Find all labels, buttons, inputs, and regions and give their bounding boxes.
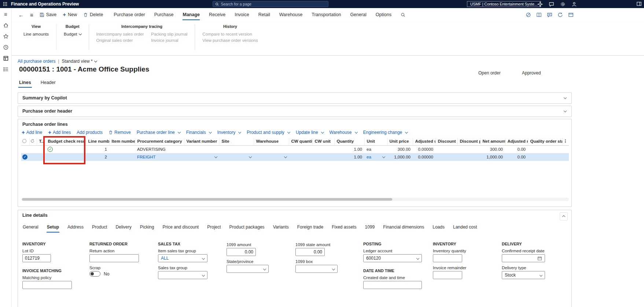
copilot-sparkle-icon[interactable] bbox=[537, 1, 543, 7]
chevron-down-icon[interactable] bbox=[332, 267, 335, 270]
settings-gear-icon[interactable] bbox=[560, 1, 566, 7]
col-adjusted-net[interactable]: Adjusted n... bbox=[505, 138, 528, 145]
cell-item-number[interactable] bbox=[109, 145, 135, 153]
collapse-line-details-button[interactable] bbox=[560, 212, 568, 220]
add-line-button[interactable]: +Add line bbox=[22, 130, 42, 135]
box-1099-combo[interactable] bbox=[295, 265, 338, 273]
detail-tab-landed-cost[interactable]: Landed cost bbox=[453, 223, 477, 233]
detail-tab-fixed-assets[interactable]: Fixed assets bbox=[331, 223, 357, 233]
calendar-icon[interactable] bbox=[537, 256, 542, 261]
col-cw-unit[interactable]: CW unit bbox=[312, 138, 334, 145]
modules-list-icon[interactable] bbox=[3, 66, 9, 72]
cell-cw-unit[interactable] bbox=[312, 153, 334, 161]
select-all-circle-icon[interactable] bbox=[22, 139, 26, 143]
chevron-down-icon[interactable] bbox=[202, 274, 205, 277]
cell-procurement-category[interactable]: ADVERTISING bbox=[135, 145, 184, 153]
col-adjusted-unit-price[interactable]: Adjusted u... bbox=[413, 138, 435, 145]
cell-cw-quantity[interactable] bbox=[289, 145, 312, 153]
new-button[interactable]: + New bbox=[63, 12, 77, 17]
cell-unit-price[interactable]: 300.00 bbox=[387, 145, 413, 153]
detail-tab-variants[interactable]: Variants bbox=[273, 223, 289, 233]
col-line-number[interactable]: Line number bbox=[86, 138, 109, 145]
current-form-icon[interactable] bbox=[3, 55, 9, 61]
menu-financials[interactable]: Financials bbox=[186, 130, 211, 135]
line-amounts-button[interactable]: Line amounts bbox=[23, 31, 49, 37]
tab-general[interactable]: General bbox=[350, 9, 366, 20]
cell-discount[interactable] bbox=[435, 153, 457, 161]
tab-transportation[interactable]: Transportation bbox=[312, 9, 341, 20]
chevron-down-icon[interactable] bbox=[263, 267, 266, 270]
feedback-chat-icon[interactable] bbox=[549, 1, 554, 7]
menu-purchase-order-line[interactable]: Purchase order line bbox=[137, 130, 180, 135]
cell-net-amount[interactable]: 1,000.00 bbox=[480, 153, 505, 161]
global-search[interactable] bbox=[213, 1, 328, 7]
chevron-down-icon[interactable] bbox=[564, 96, 567, 99]
tab-lines[interactable]: Lines bbox=[18, 78, 32, 88]
tab-invoice[interactable]: Invoice bbox=[235, 9, 249, 20]
detail-tab-project[interactable]: Project bbox=[207, 223, 221, 233]
col-variant-number[interactable]: Variant number bbox=[184, 138, 219, 145]
col-discount-percent[interactable]: Discount p... bbox=[457, 138, 480, 145]
cell-quantity[interactable]: 1.00 bbox=[334, 153, 364, 161]
detail-tab-picking[interactable]: Picking bbox=[140, 223, 155, 233]
history-refresh-icon[interactable] bbox=[557, 12, 563, 18]
cell-discount[interactable] bbox=[435, 145, 457, 153]
menu-update-line[interactable]: Update line bbox=[296, 130, 324, 135]
cell-adjusted-net[interactable]: 0.00 bbox=[505, 145, 528, 153]
detail-tab-price-and-discount[interactable]: Price and discount bbox=[162, 223, 199, 233]
cell-cw-unit[interactable] bbox=[312, 145, 334, 153]
environment-switcher[interactable]: USMF | Contoso Entertainment Syste... bbox=[467, 1, 541, 7]
search-input[interactable] bbox=[221, 2, 326, 6]
user-person-icon[interactable] bbox=[571, 1, 577, 7]
cell-unit-price[interactable]: 1,000.00 bbox=[387, 153, 413, 161]
menu-warehouse[interactable]: Warehouse bbox=[330, 130, 357, 135]
line-details-header[interactable]: Line details bbox=[18, 210, 571, 220]
detail-tab-loads[interactable]: Loads bbox=[432, 223, 445, 233]
cell-adjusted-unit-price[interactable]: 0.00000 bbox=[413, 145, 435, 153]
back-button[interactable]: ← bbox=[18, 12, 24, 18]
nav-pane-toggle-icon[interactable]: ≡ bbox=[30, 12, 33, 18]
col-select-all[interactable] bbox=[21, 138, 29, 145]
menu-product-and-supply[interactable]: Product and supply bbox=[247, 130, 290, 135]
cell-discount-percent[interactable] bbox=[457, 145, 480, 153]
home-icon[interactable] bbox=[3, 22, 9, 28]
cell-variant-number[interactable] bbox=[184, 145, 219, 153]
add-products-button[interactable]: Add products bbox=[77, 130, 103, 135]
col-unit-price[interactable]: Unit price bbox=[387, 138, 413, 145]
tab-manage[interactable]: Manage bbox=[183, 9, 200, 20]
tab-header[interactable]: Header bbox=[40, 78, 56, 88]
grid-row-line-2-selected[interactable]: ✓ 2 FREIGHT 1.00 ea 1,000.00 0.00000 bbox=[21, 153, 569, 161]
cell-line-number[interactable]: 1 bbox=[86, 145, 109, 153]
item-sales-tax-group-combo[interactable]: ALL bbox=[158, 254, 207, 262]
chevron-down-icon[interactable] bbox=[249, 155, 252, 158]
hamburger-menu-icon[interactable]: ≡ bbox=[3, 11, 9, 17]
detail-tab-delivery[interactable]: Delivery bbox=[115, 223, 132, 233]
message-bubble-icon[interactable] bbox=[547, 12, 552, 18]
invoice-remainder-input[interactable] bbox=[433, 271, 462, 279]
cell-unit[interactable]: ea bbox=[364, 145, 387, 153]
col-warehouse[interactable]: Warehouse bbox=[254, 138, 289, 145]
actions-search-icon[interactable] bbox=[401, 12, 405, 17]
lot-id-input[interactable] bbox=[22, 254, 51, 262]
cell-cw-quantity[interactable] bbox=[289, 153, 312, 161]
remove-button[interactable]: Remove bbox=[108, 130, 131, 135]
matching-policy-input[interactable] bbox=[22, 281, 72, 289]
cell-net-amount[interactable]: 300.00 bbox=[480, 145, 505, 153]
cell-select[interactable] bbox=[21, 145, 29, 153]
grid-row-line-1[interactable]: ✓ 1 ADVERTISING 1.00 ea 300.00 0.00000 3… bbox=[21, 145, 569, 153]
cell-attach[interactable] bbox=[29, 153, 37, 161]
chevron-down-icon[interactable] bbox=[416, 257, 419, 260]
chevron-down-icon[interactable] bbox=[382, 155, 385, 158]
cell-warehouse[interactable] bbox=[254, 153, 289, 161]
cell-adjusted-net[interactable]: 0.00 bbox=[505, 153, 528, 161]
col-quality-order-status[interactable]: Quality order sta... bbox=[528, 138, 562, 145]
popout-window-icon[interactable] bbox=[568, 12, 574, 18]
view-selector[interactable]: Standard view * bbox=[62, 59, 97, 64]
cell-line-number[interactable]: 2 bbox=[86, 153, 109, 161]
favorites-star-icon[interactable] bbox=[3, 33, 9, 39]
save-button[interactable]: Save bbox=[40, 12, 57, 17]
cell-select[interactable]: ✓ bbox=[21, 153, 29, 161]
detail-tab-financial-dimensions[interactable]: Financial dimensions bbox=[383, 223, 424, 233]
chevron-down-icon[interactable] bbox=[564, 109, 567, 112]
waffle-menu-icon[interactable] bbox=[3, 2, 7, 6]
